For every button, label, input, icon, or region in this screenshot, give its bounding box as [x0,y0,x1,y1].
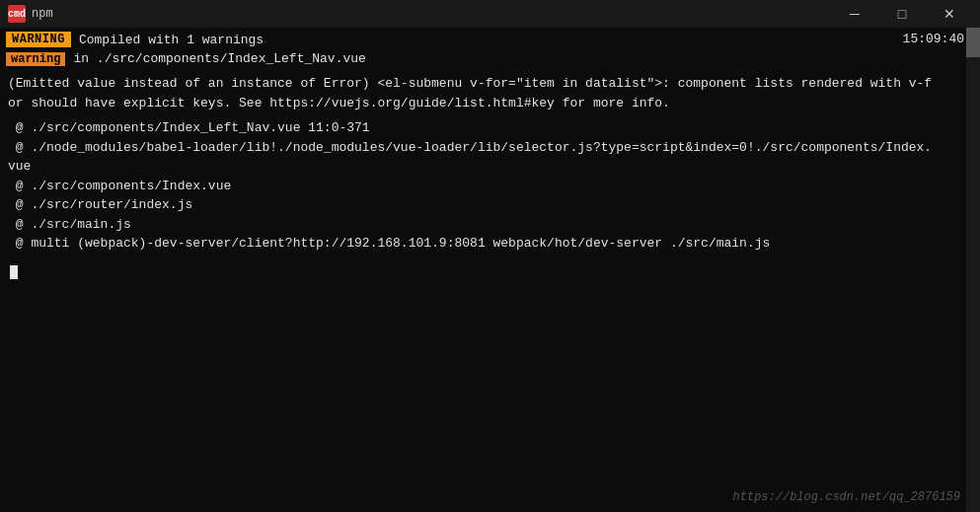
icon-label: cmd [8,9,26,20]
stack-line-4: @ ./src/router/index.js [6,195,974,215]
maximize-button[interactable]: □ [879,0,925,28]
scrollbar-thumb[interactable] [966,28,980,57]
window-title: npm [32,7,832,21]
warning-line: warning in ./src/components/Index_Left_N… [6,51,974,66]
watermark: https://blog.csdn.net/qq_2876159 [733,490,960,504]
window-controls: ─ □ ✕ [832,0,972,28]
stack-line-6: @ multi (webpack)-dev-server/client?http… [6,234,974,254]
app-icon: cmd [8,5,26,23]
terminal-body: 15:09:40 WARNING Compiled with 1 warning… [0,28,980,512]
scrollbar[interactable] [966,28,980,512]
cursor [10,265,18,279]
warning-badge-top: WARNING [6,32,71,47]
stack-line-0: @ ./src/components/Index_Left_Nav.vue 11… [6,118,974,138]
titlebar: cmd npm ─ □ ✕ [0,0,980,28]
message-line-0: (Emitted value instead of an instance of… [6,74,974,94]
stack-line-3: @ ./src/components/Index.vue [6,177,974,196]
stack-line-5: @ ./src/main.js [6,215,974,235]
terminal-window: cmd npm ─ □ ✕ 15:09:40 WARNING Compiled … [0,0,980,512]
cursor-line [6,261,974,279]
close-button[interactable]: ✕ [927,0,972,28]
timestamp: 15:09:40 [903,32,964,46]
message-line-1: or should have explicit keys. See https:… [6,94,974,113]
stack-line-2: vue [6,157,974,177]
warning-bar: WARNING Compiled with 1 warnings [6,32,974,47]
warning-line-text: in ./src/components/Index_Left_Nav.vue [73,51,365,66]
warning-bar-text: Compiled with 1 warnings [79,33,264,47]
warning-badge: warning [6,52,65,66]
minimize-button[interactable]: ─ [832,0,877,28]
stack-line-1: @ ./node_modules/babel-loader/lib!./node… [6,138,974,158]
